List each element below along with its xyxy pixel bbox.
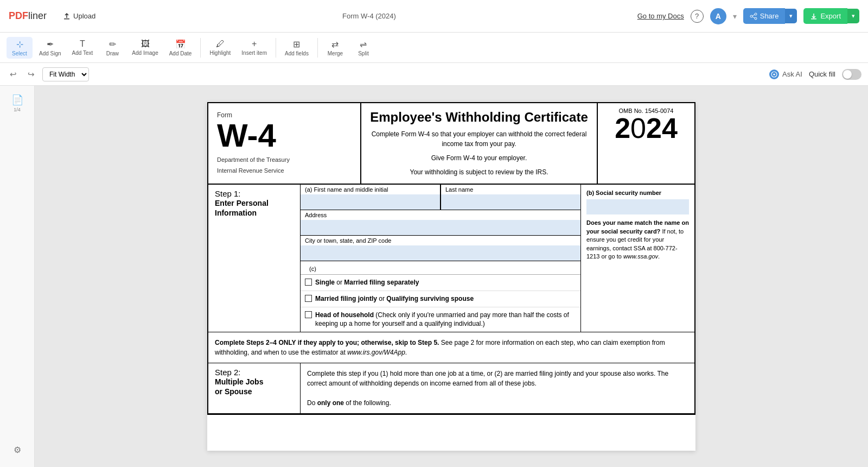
settings-icon: ⚙ — [14, 445, 21, 455]
add-date-label: Add Date — [169, 51, 192, 56]
toolbar-separator-3 — [317, 38, 318, 58]
step1-title: Enter Personal Information — [215, 198, 293, 218]
split-tool-button[interactable]: ⇌ Split — [350, 37, 376, 59]
upload-button[interactable]: Upload — [58, 9, 101, 23]
avatar[interactable]: A — [710, 8, 726, 24]
name-row: (a) First name and middle initial Last n… — [301, 185, 580, 210]
checkbox-head-of-household[interactable] — [305, 311, 312, 318]
checkbox-single[interactable] — [305, 279, 312, 286]
first-name-cell: (a) First name and middle initial — [301, 185, 441, 210]
add-fields-tool-button[interactable]: ⊞ Add fields — [280, 37, 313, 59]
checkbox-c-label: (c) — [305, 264, 321, 273]
address-row: Address — [301, 210, 580, 236]
page-thumbnail-button[interactable]: 📄 1/4 — [4, 90, 30, 116]
checkbox-married-jointly[interactable] — [305, 295, 312, 302]
step2-content: Complete this step if you (1) hold more … — [301, 363, 694, 413]
city-row: City or town, state, and ZIP code — [301, 236, 580, 261]
city-cell: City or town, state, and ZIP code — [301, 236, 580, 261]
secondary-right: Ask AI Quick fill — [769, 69, 861, 80]
svg-rect-17 — [811, 18, 816, 20]
toolbar-separator-2 — [276, 38, 276, 58]
svg-point-13 — [755, 17, 757, 20]
highlight-icon: 🖊 — [216, 39, 225, 49]
upload-icon — [63, 12, 71, 20]
toolbar-separator-1 — [200, 38, 201, 58]
export-button[interactable]: Export — [803, 8, 847, 24]
last-name-input[interactable] — [441, 194, 580, 210]
toggle-knob — [843, 70, 852, 79]
step2-title: Multiple Jobsor Spouse — [215, 377, 293, 396]
header: PDF liner Upload Form W-4 (2024) Go to m… — [0, 0, 868, 33]
form-body: Step 1: Enter Personal Information (a) F… — [207, 185, 695, 415]
insert-item-label: Insert item — [241, 50, 267, 56]
undo-button[interactable]: ↩ — [7, 67, 20, 81]
ask-ai-button[interactable]: Ask AI — [769, 70, 802, 79]
merge-icon: ⇄ — [331, 39, 339, 49]
fit-width-select[interactable]: Fit Width 100% 75% 150% — [42, 67, 89, 81]
svg-line-16 — [752, 17, 755, 18]
form-year: 2024 — [604, 114, 688, 142]
settings-button[interactable]: ⚙ — [9, 441, 26, 458]
help-button[interactable]: ? — [691, 10, 704, 23]
export-dropdown-button[interactable]: ▾ — [847, 9, 859, 23]
merge-tool-button[interactable]: ⇄ Merge — [322, 37, 348, 59]
highlight-tool-button[interactable]: 🖊 Highlight — [205, 37, 235, 58]
step2-row: Step 2: Multiple Jobsor Spouse Complete … — [208, 363, 694, 414]
insert-item-tool-button[interactable]: + Insert item — [237, 37, 271, 58]
draw-icon: ✏ — [109, 39, 116, 49]
first-name-label: (a) First name and middle initial — [301, 185, 440, 194]
page-thumb-icon: 📄 — [11, 94, 23, 106]
upload-label: Upload — [73, 12, 95, 20]
header-right: Go to my Docs ? A ▾ Share ▾ Export ▾ — [637, 8, 859, 24]
svg-rect-11 — [64, 18, 69, 20]
checkbox2-row: Married filing jointly or Qualifying sur… — [301, 291, 580, 307]
ask-ai-circle — [769, 70, 779, 79]
quick-fill-label: Quick fill — [809, 70, 835, 78]
add-text-label: Add Text — [72, 50, 93, 56]
form-header-right: OMB No. 1545-0074 2024 — [597, 103, 694, 184]
form-w4-title: W-4 — [217, 119, 352, 152]
merge-label: Merge — [328, 51, 343, 56]
sign-icon: ✒ — [47, 39, 54, 49]
select-icon: ⊹ — [16, 39, 23, 49]
svg-point-14 — [750, 15, 752, 17]
city-label: City or town, state, and ZIP code — [301, 236, 580, 245]
form-main-title: Employee's Withholding Certificate — [370, 110, 588, 125]
share-button[interactable]: Share — [743, 8, 786, 24]
step1-fields: (a) First name and middle initial Last n… — [301, 185, 580, 332]
city-input[interactable] — [301, 245, 580, 261]
last-name-cell: Last name — [441, 185, 580, 210]
secondary-toolbar: ↩ ↪ Fit Width 100% 75% 150% Ask AI Quick… — [0, 63, 868, 86]
ask-ai-label: Ask AI — [782, 70, 802, 78]
select-tool-button[interactable]: ⊹ Select — [7, 37, 33, 59]
ssn-label-b: (b) Social security number — [586, 189, 689, 197]
export-icon — [810, 12, 818, 20]
image-icon: 🖼 — [141, 39, 150, 49]
account-dropdown-arrow[interactable]: ▾ — [733, 12, 737, 21]
add-date-tool-button[interactable]: 📅 Add Date — [165, 37, 196, 59]
redo-button[interactable]: ↪ — [24, 67, 38, 81]
quick-fill-toggle[interactable] — [842, 69, 861, 80]
step1-label: Step 1: Enter Personal Information — [208, 185, 301, 332]
add-sign-tool-button[interactable]: ✒ Add Sign — [35, 37, 66, 59]
first-name-input[interactable] — [301, 194, 440, 210]
share-dropdown-button[interactable]: ▾ — [785, 9, 797, 23]
share-button-group: Share ▾ — [743, 8, 797, 24]
text-icon: T — [80, 39, 85, 49]
split-label: Split — [358, 51, 368, 56]
irs-label: Internal Revenue Service — [217, 167, 352, 174]
go-to-docs-button[interactable]: Go to my Docs — [637, 12, 684, 20]
checkbox3-row: Head of household (Check only if you're … — [301, 307, 580, 332]
add-text-tool-button[interactable]: T Add Text — [68, 37, 98, 58]
insert-icon: + — [252, 39, 257, 49]
step1-ssn-section: (b) Social security number Does your nam… — [580, 185, 694, 332]
checkbox1-label: Single or Married filing separately — [315, 278, 419, 287]
svg-line-15 — [752, 15, 755, 16]
address-input[interactable] — [301, 220, 580, 235]
add-image-tool-button[interactable]: 🖼 Add Image — [127, 37, 162, 58]
ssn-input[interactable] — [586, 199, 689, 214]
form-header: Form W-4 Department of the Treasury Inte… — [207, 102, 695, 185]
add-image-label: Add Image — [132, 50, 158, 56]
logo-liner: liner — [28, 10, 47, 22]
draw-tool-button[interactable]: ✏ Draw — [99, 37, 125, 59]
